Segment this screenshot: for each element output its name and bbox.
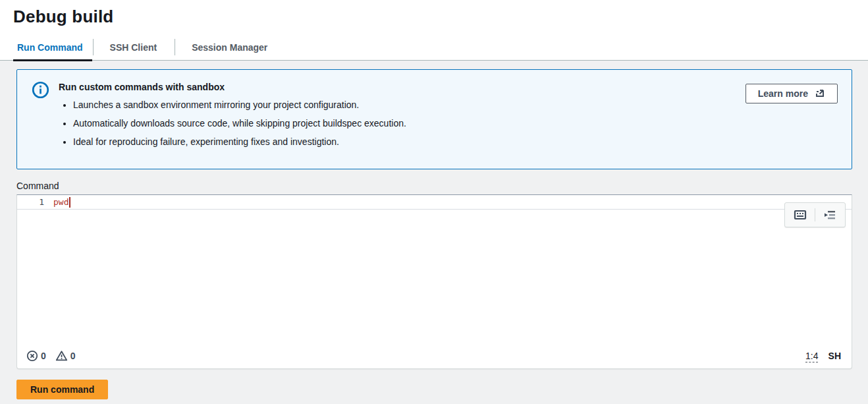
editor-preferences-button[interactable] xyxy=(823,208,837,222)
code-text: pwd xyxy=(53,197,68,207)
info-icon xyxy=(32,81,49,101)
preferences-indent-icon xyxy=(823,208,837,222)
toolbar-divider xyxy=(815,208,815,221)
text-cursor xyxy=(69,197,70,208)
info-bullet: Ideal for reproducing failure, experimen… xyxy=(73,136,735,148)
error-count: 0 xyxy=(41,351,46,361)
tab-session-manager[interactable]: Session Manager xyxy=(175,36,285,61)
sandbox-info-banner: Run custom commands with sandbox Launche… xyxy=(16,69,852,169)
line-number: 1 xyxy=(17,197,53,207)
editor-active-line[interactable]: 1 pwd xyxy=(17,195,852,210)
command-code-editor: 1 pwd xyxy=(16,194,852,369)
learn-more-button[interactable]: Learn more xyxy=(746,84,838,103)
keyboard-shortcuts-button[interactable] xyxy=(793,208,807,222)
error-count-group: 0 xyxy=(26,350,46,362)
warning-icon xyxy=(55,350,68,362)
error-icon xyxy=(26,350,38,362)
info-banner-title: Run custom commands with sandbox xyxy=(59,80,735,92)
warning-count: 0 xyxy=(70,351,76,361)
command-field-label: Command xyxy=(16,181,852,191)
page-title: Debug build xyxy=(13,7,855,27)
keyboard-icon xyxy=(793,208,807,222)
learn-more-label: Learn more xyxy=(758,88,808,99)
info-banner-body: Run custom commands with sandbox Launche… xyxy=(59,80,735,154)
run-command-button[interactable]: Run command xyxy=(16,380,108,399)
tab-ssh-client[interactable]: SSH Client xyxy=(93,36,175,61)
info-bullet: Automatically downloads source code, whi… xyxy=(73,117,735,130)
warning-count-group: 0 xyxy=(55,350,76,362)
language-mode-indicator: SH xyxy=(828,351,841,361)
tab-run-command[interactable]: Run Command xyxy=(13,36,92,61)
tabs-bar: Run Command SSH Client Session Manager xyxy=(0,27,868,61)
page-header: Debug build xyxy=(0,0,868,27)
info-bullet: Launches a sandbox environment mirroring… xyxy=(73,99,735,111)
cursor-position-indicator[interactable]: 1:4 xyxy=(805,351,818,361)
editor-toolbar xyxy=(784,202,846,227)
editor-status-bar: 0 0 1:4 SH xyxy=(17,345,852,368)
info-banner-bullet-list: Launches a sandbox environment mirroring… xyxy=(73,99,735,148)
tab-content-run-command: Run custom commands with sandbox Launche… xyxy=(0,61,868,404)
external-link-icon xyxy=(815,88,825,99)
code-editor-area[interactable] xyxy=(17,210,852,345)
